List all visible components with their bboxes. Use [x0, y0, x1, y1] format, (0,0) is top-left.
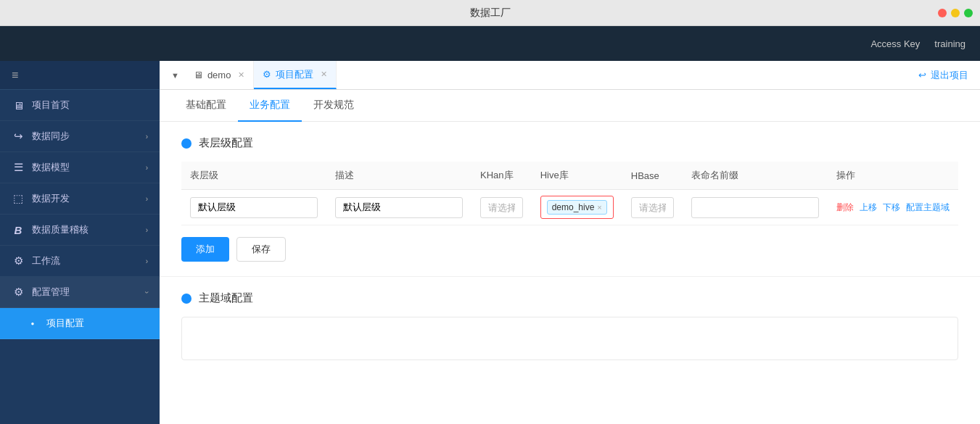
window-controls[interactable] [938, 9, 973, 17]
cell-hbase[interactable]: 请选择 [622, 190, 683, 225]
sidebar-item-home[interactable]: 🖥 项目首页 [0, 90, 160, 121]
sidebar: ≡ 🖥 项目首页 ↪ 数据同步 › ☰ 数据模型 › [0, 61, 160, 424]
exit-project-btn[interactable]: ↩ 退出项目 [918, 69, 980, 82]
action-links: 删除 上移 下移 配置主题域 [836, 201, 950, 214]
model-icon: ☰ [12, 161, 25, 174]
sidebar-header: ≡ [0, 61, 160, 90]
project-config-tab-label: 项目配置 [276, 68, 313, 81]
project-config-tab-close[interactable]: ✕ [321, 70, 327, 79]
save-button[interactable]: 保存 [236, 237, 286, 262]
move-down-link[interactable]: 下移 [883, 201, 900, 214]
sub-tab-basic[interactable]: 基础配置 [174, 90, 238, 122]
layer-config-header: 表层级配置 [181, 136, 958, 150]
table-row: 请选择 demo_hive × [181, 190, 958, 225]
layer-config-title: 表层级配置 [199, 136, 253, 150]
quality-icon: B [12, 224, 25, 236]
maximize-button[interactable] [964, 9, 973, 17]
col-action: 操作 [828, 162, 958, 190]
demo-tab-label: demo [207, 70, 231, 80]
sub-tab-business[interactable]: 业务配置 [238, 90, 302, 122]
col-layer: 表层级 [181, 162, 326, 190]
minimize-button[interactable] [951, 9, 960, 17]
config-theme-link[interactable]: 配置主题域 [906, 201, 950, 214]
project-config-dot: ● [26, 320, 39, 327]
dev-icon: ⬚ [12, 192, 25, 205]
hive-tag-text: demo_hive [552, 202, 595, 212]
move-up-link[interactable]: 上移 [860, 201, 877, 214]
hbase-select[interactable]: 请选择 [631, 197, 674, 218]
sidebar-item-data-model[interactable]: ☰ 数据模型 › [0, 152, 160, 183]
cell-khan[interactable]: 请选择 [472, 190, 532, 225]
col-prefix: 表命名前缀 [683, 162, 828, 190]
cell-layer[interactable] [181, 190, 326, 225]
sync-icon: ↪ [12, 130, 25, 143]
exit-label: 退出项目 [931, 69, 968, 82]
model-arrow: › [146, 164, 148, 172]
username-link[interactable]: training [934, 38, 965, 49]
sidebar-item-data-sync[interactable]: ↪ 数据同步 › [0, 121, 160, 152]
tab-project-config[interactable]: ⚙ 项目配置 ✕ [254, 61, 337, 89]
layer-input[interactable] [190, 197, 318, 218]
workflow-arrow: › [146, 257, 148, 265]
exit-icon: ↩ [918, 70, 926, 80]
hive-tag: demo_hive × [547, 200, 607, 215]
sub-tab-dev-spec[interactable]: 开发规范 [302, 90, 366, 122]
page-content: 基础配置 业务配置 开发规范 表层级配置 表层级 [160, 90, 980, 424]
col-desc: 描述 [326, 162, 472, 190]
sync-arrow: › [146, 133, 148, 141]
theme-config-table [181, 317, 958, 360]
tab-bar: ▼ 🖥 demo ✕ ⚙ 项目配置 ✕ ↩ 退出项目 [160, 61, 980, 90]
sidebar-item-config-mgmt[interactable]: ⚙ 配置管理 › [0, 277, 160, 308]
desc-input[interactable] [335, 197, 463, 218]
tab-demo[interactable]: 🖥 demo ✕ [185, 61, 255, 89]
config-icon: ⚙ [12, 286, 25, 299]
project-config-tab-icon: ⚙ [263, 69, 271, 80]
app-title: 数据工厂 [470, 7, 511, 20]
hive-tag-input[interactable]: demo_hive × [540, 196, 614, 219]
workflow-icon: ⚙ [12, 254, 25, 267]
cell-hive[interactable]: demo_hive × [532, 190, 622, 225]
theme-config-section: 主题域配置 [160, 276, 980, 375]
main-layout: ≡ 🖥 项目首页 ↪ 数据同步 › ☰ 数据模型 › [0, 61, 980, 424]
title-bar: 数据工厂 [0, 0, 980, 26]
layer-config-section: 表层级配置 表层级 描述 KHan库 Hive库 HBase 表命名前缀 操作 [160, 122, 980, 276]
demo-tab-close[interactable]: ✕ [238, 70, 244, 80]
content-area: ▼ 🖥 demo ✕ ⚙ 项目配置 ✕ ↩ 退出项目 [160, 61, 980, 424]
sidebar-item-project-config[interactable]: ● 项目配置 [0, 308, 160, 339]
btn-row: 添加 保存 [181, 237, 958, 262]
khan-select[interactable]: 请选择 [480, 197, 523, 218]
col-hive: Hive库 [532, 162, 622, 190]
cell-actions: 删除 上移 下移 配置主题域 [828, 190, 958, 225]
cell-desc[interactable] [326, 190, 472, 225]
prefix-input[interactable] [691, 197, 819, 218]
quality-arrow: › [146, 226, 148, 234]
theme-config-title: 主题域配置 [199, 291, 253, 305]
section-dot [181, 138, 192, 149]
col-hbase: HBase [622, 162, 683, 190]
delete-link[interactable]: 删除 [836, 201, 854, 214]
close-button[interactable] [938, 9, 947, 17]
hamburger-icon[interactable]: ≡ [12, 69, 18, 82]
layer-config-table: 表层级 描述 KHan库 Hive库 HBase 表命名前缀 操作 [181, 162, 958, 225]
demo-tab-icon: 🖥 [194, 70, 203, 80]
theme-config-header: 主题域配置 [181, 291, 958, 305]
cell-prefix[interactable] [683, 190, 828, 225]
sidebar-item-data-dev[interactable]: ⬚ 数据开发 › [0, 183, 160, 215]
dev-arrow: › [146, 195, 148, 203]
config-arrow: › [143, 291, 151, 293]
theme-section-dot [181, 294, 192, 304]
home-icon: 🖥 [12, 99, 25, 112]
sidebar-item-workflow[interactable]: ⚙ 工作流 › [0, 246, 160, 277]
top-bar: Access Key training [0, 26, 980, 61]
add-button[interactable]: 添加 [181, 237, 229, 262]
tab-dropdown-arrow[interactable]: ▼ [165, 71, 185, 80]
sidebar-item-data-quality[interactable]: B 数据质量稽核 › [0, 215, 160, 246]
sub-tabs: 基础配置 业务配置 开发规范 [160, 90, 980, 122]
hive-tag-close-icon[interactable]: × [597, 203, 601, 212]
access-key-link[interactable]: Access Key [870, 38, 920, 49]
col-khan: KHan库 [472, 162, 532, 190]
